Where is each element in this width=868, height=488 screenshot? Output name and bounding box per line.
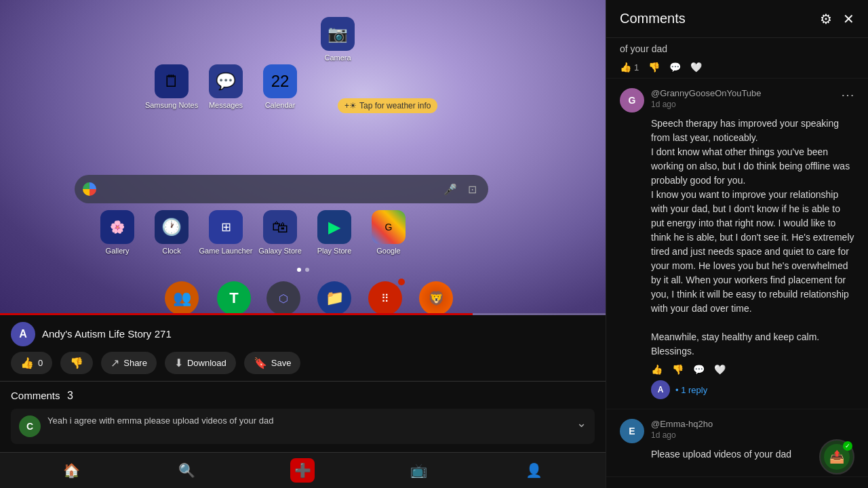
clock-label: Clock [162, 247, 181, 255]
granny-meta: @GrannyGooseOnYouTube 1d ago [651, 88, 834, 109]
top-dislike-icon: 👎 [648, 62, 660, 73]
top-dislike-btn[interactable]: 👎 [648, 62, 660, 73]
settings-button[interactable]: ⚙ [820, 12, 832, 26]
app-icon-galaxy-store[interactable]: 🛍 Galaxy Store [256, 210, 304, 255]
close-button[interactable]: ✕ [843, 12, 854, 26]
top-like-count: 1 [634, 62, 639, 73]
top-like-icon: 👍 [620, 62, 631, 73]
taskbar-profile[interactable]: 👤 [522, 458, 547, 483]
channel-avatar: A [11, 322, 35, 346]
app-icon-google[interactable]: G Google [365, 210, 412, 255]
granny-reply-icon: 💬 [693, 364, 705, 375]
app-icon-clock[interactable]: 🕐 Clock [148, 210, 195, 255]
granny-heart-btn[interactable]: 🤍 [714, 364, 726, 375]
app-icon-messages[interactable]: 💬 Messages [202, 64, 250, 109]
video-area: 📷 Camera 🗒 Samsung Notes 💬 Messages 22 C… [0, 0, 606, 315]
emma-avatar: E [620, 419, 644, 443]
save-icon: 🔖 [254, 357, 267, 369]
floating-upload-button[interactable]: 📤 ✓ [819, 439, 854, 474]
download-icon: ⬇ [174, 357, 183, 369]
comment-item-top: of your dad 👍 1 👎 💬 🤍 [606, 38, 868, 79]
like-icon: 👍 [20, 357, 34, 369]
camera-label: Camera [324, 54, 351, 62]
comment-preview-row[interactable]: C Yeah i agree with emma please upload v… [11, 409, 595, 444]
granny-avatar: G [620, 88, 644, 113]
right-panel: Comments ⚙ ✕ of your dad 👍 1 👎 💬 [606, 0, 868, 488]
truncated-comment-text: of your dad [620, 42, 854, 56]
app-icon-brave[interactable]: 🦁 [412, 281, 460, 315]
emma-meta: @Emma-hq2ho 1d ago [651, 419, 854, 440]
taskbar-home[interactable]: 🏠 [59, 458, 83, 483]
app-icon-textra[interactable]: T [210, 281, 258, 315]
app-icon-gallery[interactable]: 🌸 Gallery [94, 210, 141, 255]
app-icon-game-launcher[interactable]: ⊞ Game Launcher [202, 210, 250, 255]
download-label: Download [187, 358, 226, 368]
emma-time: 1d ago [651, 430, 854, 440]
app-icon-aio[interactable]: ⬡ [260, 281, 307, 315]
comments-panel-title: Comments [620, 11, 686, 26]
lens-search-icon[interactable]: ⊡ [464, 181, 480, 197]
top-like-btn[interactable]: 👍 1 [620, 62, 639, 73]
dislike-button[interactable]: 👎 [60, 352, 93, 374]
play-store-icon: ▶ [317, 210, 351, 244]
app-icon-calendar[interactable]: 22 Calendar [256, 64, 304, 109]
app-icon-samsung-notes[interactable]: 🗒 Samsung Notes [148, 64, 195, 109]
action-row: 👍 0 👎 ↗ Share ⬇ Download 🔖 Save [11, 352, 595, 374]
save-button[interactable]: 🔖 Save [244, 352, 301, 374]
top-reply-icon: 💬 [669, 62, 681, 73]
contacts-icon: 👥 [165, 281, 199, 315]
app-icon-camera[interactable]: 📷 Camera [314, 17, 361, 62]
video-progress-bar[interactable] [0, 313, 606, 315]
top-heart-btn[interactable]: 🤍 [690, 62, 702, 73]
app-icon-contacts[interactable]: 👥 [158, 281, 205, 315]
progress-fill [0, 313, 473, 315]
comments-scroll[interactable]: of your dad 👍 1 👎 💬 🤍 G [606, 38, 868, 488]
left-panel: 📷 Camera 🗒 Samsung Notes 💬 Messages 22 C… [0, 0, 606, 488]
phone-wallpaper: 📷 Camera 🗒 Samsung Notes 💬 Messages 22 C… [0, 0, 606, 315]
reply-count[interactable]: • 1 reply [675, 385, 707, 395]
camera-icon-img: 📷 [321, 17, 355, 51]
like-button[interactable]: 👍 0 [11, 352, 52, 374]
samsung-notes-label: Samsung Notes [145, 101, 198, 109]
upload-badge: ✓ [843, 441, 852, 451]
multi-icon: ⠿ [368, 281, 402, 315]
google-logo [83, 182, 96, 196]
app-icon-multi[interactable]: ⠿ [361, 281, 409, 315]
google-search-bar[interactable]: 🎤 ⊡ [75, 175, 488, 203]
taskbar-subscriptions[interactable]: 📺 [406, 458, 431, 483]
channel-row: A Andy's Autism Life Story 271 [11, 322, 595, 346]
aio-icon: ⬡ [267, 281, 300, 315]
comment-item-granny: G @GrannyGooseOnYouTube 1d ago ⋯ Speech … [606, 79, 868, 409]
app-icon-play-store[interactable]: ▶ Play Store [311, 210, 358, 255]
granny-like-icon: 👍 [651, 364, 663, 375]
comments-panel-header: Comments ⚙ ✕ [606, 0, 868, 38]
expand-comment-button[interactable]: ⌄ [576, 415, 587, 430]
app-icon-files[interactable]: 📁 [311, 281, 358, 315]
voice-search-icon[interactable]: 🎤 [442, 181, 458, 197]
weather-widget[interactable]: +☀ Tap for weather info [338, 98, 437, 113]
dot-2 [305, 268, 309, 272]
gallery-label: Gallery [106, 247, 130, 255]
granny-more-button[interactable]: ⋯ [841, 88, 854, 102]
google-icon: G [372, 210, 406, 244]
share-button[interactable]: ↗ Share [101, 352, 157, 374]
reply-indicator[interactable]: A • 1 reply [651, 380, 854, 399]
download-button[interactable]: ⬇ Download [165, 352, 236, 374]
messages-icon: 💬 [209, 64, 243, 98]
save-label: Save [271, 358, 292, 368]
granny-reply-btn[interactable]: 💬 [693, 364, 705, 375]
top-reply-btn[interactable]: 💬 [669, 62, 681, 73]
taskbar-add[interactable]: ➕ [290, 458, 315, 483]
search-icons: 🎤 ⊡ [442, 181, 480, 197]
taskbar-search[interactable]: 🔍 [175, 458, 199, 483]
brave-icon: 🦁 [419, 281, 453, 315]
granny-dislike-btn[interactable]: 👎 [672, 364, 684, 375]
comments-header-row: Comments 3 [11, 390, 595, 402]
files-icon: 📁 [317, 281, 351, 315]
channel-name: Andy's Autism Life Story [42, 328, 151, 340]
galaxy-store-label: Galaxy Store [258, 247, 302, 255]
upload-icon-badge: 📤 ✓ [824, 444, 850, 470]
top-comment-actions: 👍 1 👎 💬 🤍 [620, 62, 854, 73]
play-store-label: Play Store [317, 247, 352, 255]
granny-like-btn[interactable]: 👍 [651, 364, 663, 375]
